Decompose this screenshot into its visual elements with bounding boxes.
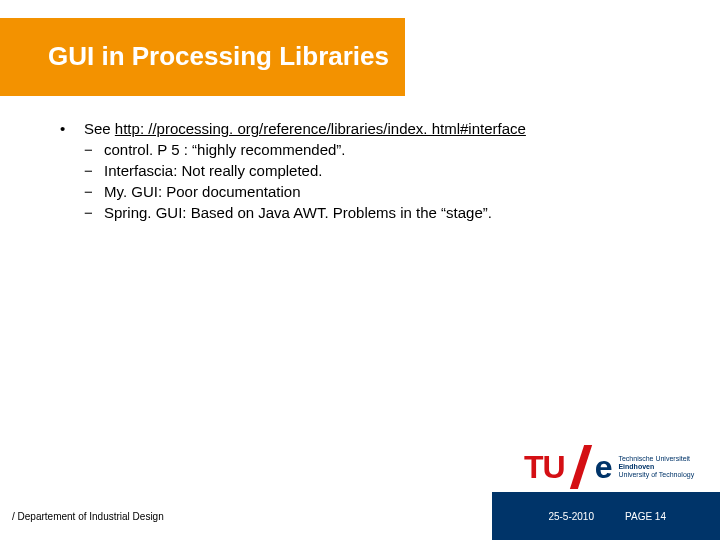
bullet-text: See http: //processing. org/reference/li… [84,120,526,137]
sub-list: − control. P 5 : “highly recommended”. −… [84,141,680,221]
list-item: − My. GUI: Poor documentation [84,183,680,200]
list-item-text: control. P 5 : “highly recommended”. [104,141,346,158]
slide-date: 25-5-2010 [548,511,594,522]
list-item: − control. P 5 : “highly recommended”. [84,141,680,158]
slide-title: GUI in Processing Libraries [0,42,389,72]
logo-subtitle: Technische Universiteit Eindhoven Univer… [618,455,694,478]
footer: / Departement of Industrial Design TU e … [0,480,720,540]
list-item: − Spring. GUI: Based on Java AWT. Proble… [84,204,680,221]
page-number: PAGE 14 [625,511,666,522]
logo-slash-icon [567,447,597,487]
department-label: / Departement of Industrial Design [12,511,164,522]
logo-tu: TU [524,449,565,486]
bullet-main: • See http: //processing. org/reference/… [60,120,680,137]
university-logo: TU e Technische Universiteit Eindhoven U… [524,442,704,492]
list-item-text: My. GUI: Poor documentation [104,183,300,200]
logo-e: e [595,449,613,486]
title-bar: GUI in Processing Libraries [0,18,405,96]
reference-link[interactable]: http: //processing. org/reference/librar… [115,120,526,137]
list-item-text: Spring. GUI: Based on Java AWT. Problems… [104,204,492,221]
list-item-text: Interfascia: Not really completed. [104,162,322,179]
bullet-icon: • [60,120,84,137]
slide-content: • See http: //processing. org/reference/… [60,120,680,225]
dash-icon: − [84,162,104,179]
dash-icon: − [84,183,104,200]
bullet-prefix: See [84,120,115,137]
dash-icon: − [84,141,104,158]
dash-icon: − [84,204,104,221]
footer-strip [492,492,720,540]
list-item: − Interfascia: Not really completed. [84,162,680,179]
